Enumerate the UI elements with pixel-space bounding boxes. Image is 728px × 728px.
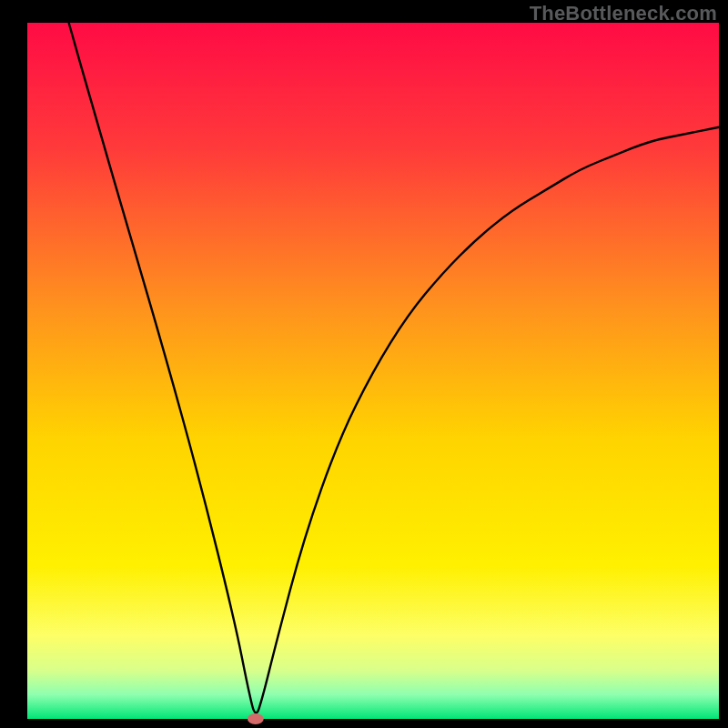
chart-frame [0,0,728,728]
minimum-marker [248,713,264,724]
watermark-text: TheBottleneck.com [530,2,717,25]
